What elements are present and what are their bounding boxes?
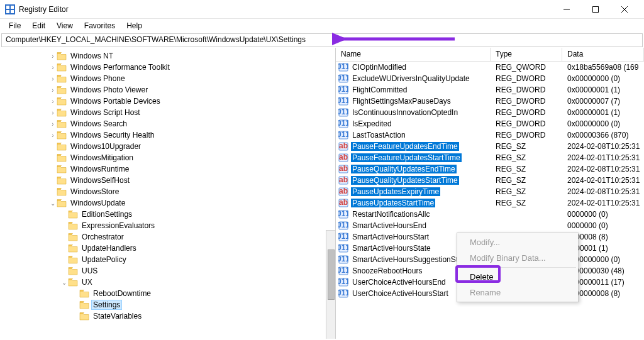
tree-item[interactable]: ›Windows Photo Viewer xyxy=(49,84,335,96)
scrollbar-thumb[interactable] xyxy=(328,250,335,300)
tree-item[interactable]: ⌄UX xyxy=(49,277,335,288)
expander-closed-icon[interactable]: › xyxy=(49,121,57,128)
tree-item-label: UpdatePolicy xyxy=(80,255,128,264)
tree-item-label: Windows Photo Viewer xyxy=(69,85,149,94)
tree-item[interactable]: RebootDowntime xyxy=(49,288,335,299)
value-name: PauseQualityUpdatesEndTime xyxy=(351,165,457,173)
value-row[interactable]: 011CIOptinModifiedREG_QWORD0x18ba5569a08… xyxy=(336,62,644,73)
expander-closed-icon[interactable]: › xyxy=(49,75,57,82)
tree-item-label: Windows Performance Toolkit xyxy=(69,63,171,72)
tree-item[interactable]: UUS xyxy=(49,265,335,277)
binary-value-icon: 011 xyxy=(338,130,348,140)
svg-rect-5 xyxy=(593,6,599,12)
string-value-icon: ab xyxy=(338,141,348,151)
tree-item[interactable]: ›Windows Search xyxy=(49,118,335,129)
expander-closed-icon[interactable]: › xyxy=(49,53,57,60)
svg-text:ab: ab xyxy=(339,164,348,173)
value-row[interactable]: 011ExcludeWUDriversInQualityUpdateREG_DW… xyxy=(336,73,644,84)
binary-value-icon: 011 xyxy=(338,107,348,118)
svg-text:011: 011 xyxy=(338,221,348,229)
tree-item-label: UX xyxy=(80,278,94,287)
value-row[interactable]: abPauseUpdatesStartTimeREG_SZ2024-02-01T… xyxy=(336,197,644,209)
expander-closed-icon[interactable]: › xyxy=(49,98,57,105)
ctx-rename[interactable]: Rename xyxy=(458,285,577,300)
tree-item[interactable]: WindowsStore xyxy=(49,186,335,197)
value-row[interactable]: abPauseFeatureUpdatesEndTimeREG_SZ2024-0… xyxy=(336,141,644,152)
folder-icon xyxy=(57,131,67,140)
svg-rect-3 xyxy=(11,10,14,13)
tree-item[interactable]: Orchestrator xyxy=(49,231,335,243)
minimize-button[interactable] xyxy=(552,0,581,19)
value-row[interactable]: 011SmartActiveHoursEnd0000000 (0) xyxy=(336,220,644,231)
tree-item[interactable]: WindowsMitigation xyxy=(49,152,335,163)
address-bar[interactable]: Computer\HKEY_LOCAL_MACHINE\SOFTWARE\Mic… xyxy=(1,33,643,47)
value-row[interactable]: 011IsExpeditedREG_DWORD0x00000000 (0) xyxy=(336,118,644,129)
tree-item[interactable]: ›Windows Script Host xyxy=(49,107,335,118)
close-button[interactable] xyxy=(610,0,639,19)
value-name: SmartActiveHoursEnd xyxy=(351,221,428,230)
menu-edit[interactable]: Edit xyxy=(27,20,50,31)
folder-icon xyxy=(57,142,67,151)
value-type: REG_SZ xyxy=(491,187,562,196)
expander-closed-icon[interactable]: › xyxy=(49,109,57,116)
tree-pane[interactable]: ›Windows NT›Windows Performance Toolkit›… xyxy=(0,48,336,339)
value-row[interactable]: abPauseQualityUpdatesStartTimeREG_SZ2024… xyxy=(336,175,644,186)
tree-item[interactable]: StateVariables xyxy=(49,310,335,322)
titlebar: Registry Editor xyxy=(0,0,644,19)
ctx-modify-binary[interactable]: Modify Binary Data... xyxy=(458,250,577,266)
menu-file[interactable]: File xyxy=(4,20,26,31)
tree-item[interactable]: ›Windows Portable Devices xyxy=(49,96,335,107)
tree-item[interactable]: UpdatePolicy xyxy=(49,254,335,265)
expander-closed-icon[interactable]: › xyxy=(49,87,57,94)
tree-item[interactable]: ›Windows Performance Toolkit xyxy=(49,62,335,73)
expander-closed-icon[interactable]: › xyxy=(49,132,57,139)
value-row[interactable]: abPauseUpdatesExpiryTimeREG_SZ2024-02-08… xyxy=(336,186,644,197)
value-row[interactable]: abPauseQualityUpdatesEndTimeREG_SZ2024-0… xyxy=(336,163,644,175)
value-row[interactable]: 011IsContinuousInnovationOptedInREG_DWOR… xyxy=(336,107,644,118)
folder-icon xyxy=(57,97,67,106)
tree-item[interactable]: ›Windows Security Health xyxy=(49,129,335,141)
folder-icon xyxy=(57,119,67,128)
menu-favorites[interactable]: Favorites xyxy=(79,20,120,31)
expander-open-icon[interactable]: ⌄ xyxy=(49,200,57,207)
value-row[interactable]: 011LastToastActionREG_DWORD0x00000366 (8… xyxy=(336,129,644,141)
folder-icon xyxy=(68,266,78,275)
value-type: REG_DWORD xyxy=(491,85,562,94)
binary-value-icon: 011 xyxy=(338,288,348,299)
value-data: 0x00000366 (870) xyxy=(562,131,644,140)
tree-item[interactable]: ›Windows NT xyxy=(49,50,335,62)
tree-item[interactable]: ExpressionEvaluators xyxy=(49,220,335,231)
menu-view[interactable]: View xyxy=(52,20,78,31)
column-type[interactable]: Type xyxy=(491,48,562,61)
tree-item-label: ExpressionEvaluators xyxy=(80,221,156,230)
tree-item[interactable]: Windows10Upgrader xyxy=(49,141,335,152)
folder-icon xyxy=(68,233,78,241)
expander-closed-icon[interactable]: › xyxy=(49,64,57,71)
tree-item[interactable]: ⌄WindowsUpdate xyxy=(49,197,335,209)
value-data: 2024-02-01T10:25:31 xyxy=(562,153,644,162)
value-row[interactable]: 011FlightSettingsMaxPauseDaysREG_DWORD0x… xyxy=(336,96,644,107)
maximize-button[interactable] xyxy=(581,0,610,19)
tree-scrollbar[interactable] xyxy=(326,230,336,339)
tree-item-label: WindowsMitigation xyxy=(69,153,135,162)
tree-item[interactable]: ›Windows Phone xyxy=(49,73,335,84)
column-name[interactable]: Name xyxy=(336,48,491,61)
svg-text:ab: ab xyxy=(339,175,348,184)
column-data[interactable]: Data xyxy=(562,48,644,61)
value-row[interactable]: 011FlightCommittedREG_DWORD0x00000001 (1… xyxy=(336,84,644,96)
svg-text:ab: ab xyxy=(339,153,348,162)
value-row[interactable]: 011RestartNotificationsAllc0000000 (0) xyxy=(336,209,644,220)
ctx-delete[interactable]: Delete xyxy=(458,269,577,285)
tree-item[interactable]: EditionSettings xyxy=(49,209,335,220)
tree-item[interactable]: UpdateHandlers xyxy=(49,243,335,254)
ctx-modify[interactable]: Modify... xyxy=(458,234,577,250)
app-icon xyxy=(5,4,15,14)
tree-item[interactable]: Settings xyxy=(49,299,335,310)
tree-item[interactable]: WindowsRuntime xyxy=(49,163,335,175)
tree-item[interactable]: WindowsSelfHost xyxy=(49,175,335,186)
value-row[interactable]: abPauseFeatureUpdatesStartTimeREG_SZ2024… xyxy=(336,152,644,163)
menu-help[interactable]: Help xyxy=(121,20,147,31)
folder-icon xyxy=(68,255,78,264)
svg-text:ab: ab xyxy=(339,198,348,207)
expander-open-icon[interactable]: ⌄ xyxy=(60,279,68,286)
